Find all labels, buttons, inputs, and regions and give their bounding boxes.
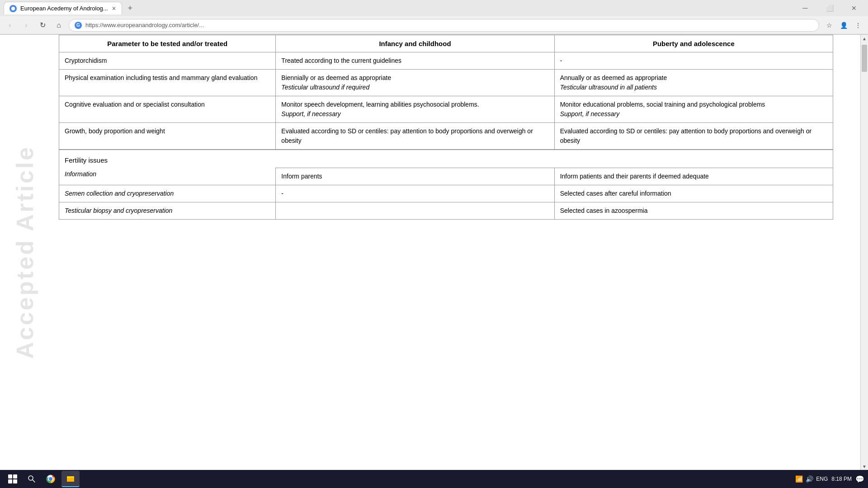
- taskbar-search-button[interactable]: [24, 472, 40, 486]
- cell-growth-infancy: Evaluated according to SD or centiles: p…: [276, 123, 554, 150]
- address-bar[interactable]: G https://www.europeanandrology.com/arti…: [69, 19, 819, 32]
- cell-crypto-puberty: -: [554, 52, 833, 70]
- cell-physical-exam: Physical examination including testis an…: [59, 70, 276, 96]
- cell-physical-infancy: Biennially or as deemed as appropriate T…: [276, 70, 554, 96]
- cognitive-puberty-line1: Monitor educational problems, social tra…: [560, 101, 765, 108]
- taskbar-chrome-app[interactable]: [42, 471, 60, 487]
- tab-title: European Acedemy of Androlog...: [20, 5, 108, 12]
- header-col1: Parameter to be tested and/or treated: [59, 35, 276, 52]
- cell-biopsy: Testicular biopsy and cryopreservation: [59, 202, 276, 219]
- physical-infancy-line1: Biennially or as deemed as appropriate: [281, 74, 391, 81]
- cell-cryptorchidism: Cryptorchidism: [59, 52, 276, 70]
- table-row: Semen collection and cryopreservation - …: [59, 185, 833, 202]
- nav-bar: ‹ › ↻ ⌂ G https://www.europeanandrology.…: [0, 16, 868, 34]
- maximize-button[interactable]: ⬜: [819, 1, 840, 15]
- windows-logo: [8, 474, 17, 483]
- google-favicon: G: [75, 22, 82, 29]
- profile-icon[interactable]: 👤: [837, 19, 850, 32]
- scroll-down-arrow[interactable]: ▼: [861, 463, 868, 470]
- cell-biopsy-infancy: [276, 202, 554, 219]
- menu-icon[interactable]: ⋮: [852, 19, 864, 32]
- cell-semen-puberty: Selected cases after careful information: [554, 185, 833, 202]
- notification-icon[interactable]: 💬: [855, 475, 864, 483]
- minimize-button[interactable]: ─: [795, 1, 816, 15]
- physical-puberty-line2: Testicular ultrasound in all patients: [560, 84, 657, 91]
- cell-growth-puberty: Evaluated according to SD or centiles: p…: [554, 123, 833, 150]
- table-row: Information Inform parents Inform patien…: [59, 168, 833, 185]
- tab-close-button[interactable]: ✕: [112, 5, 116, 12]
- tab-bar: European Acedemy of Androlog... ✕ + ─ ⬜ …: [0, 0, 868, 16]
- information-label: Information: [65, 170, 96, 178]
- cell-semen-infancy: -: [276, 185, 554, 202]
- cell-growth: Growth, body proportion and weight: [59, 123, 276, 150]
- scroll-up-arrow[interactable]: ▲: [861, 35, 868, 42]
- table-row: Growth, body proportion and weight Evalu…: [59, 123, 833, 150]
- table-row: Physical examination including testis an…: [59, 70, 833, 96]
- svg-point-4: [49, 477, 52, 481]
- tab-favicon: [9, 5, 17, 12]
- svg-rect-7: [67, 476, 70, 478]
- cell-information-puberty: Inform patients and their parents if dee…: [554, 168, 833, 185]
- address-text: https://www.europeanandrology.com/articl…: [85, 22, 204, 28]
- new-tab-button[interactable]: +: [124, 2, 137, 14]
- header-col3: Puberty and adolescence: [554, 35, 833, 52]
- semen-label: Semen collection and cryopreservation: [65, 190, 174, 197]
- cell-physical-puberty: Annually or as deemed as appropriate Tes…: [554, 70, 833, 96]
- network-icon[interactable]: 📶: [795, 475, 803, 483]
- table-header-row: Parameter to be tested and/or treated In…: [59, 35, 833, 52]
- home-button[interactable]: ⌂: [52, 19, 65, 32]
- cell-biopsy-puberty: Selected cases in azoospermia: [554, 202, 833, 219]
- section-header-row: Fertility issues: [59, 150, 833, 168]
- taskbar-right: 📶 🔊 ENG 8:18 PM 💬: [795, 475, 864, 483]
- cell-information: Information: [59, 168, 276, 185]
- browser-chrome: European Acedemy of Androlog... ✕ + ─ ⬜ …: [0, 0, 868, 35]
- start-button[interactable]: [4, 472, 22, 486]
- svg-line-2: [33, 480, 35, 482]
- medical-table: Parameter to be tested and/or treated In…: [59, 35, 833, 220]
- fertility-section-header: Fertility issues: [59, 150, 833, 168]
- svg-point-0: [11, 6, 15, 11]
- table-row: Testicular biopsy and cryopreservation S…: [59, 202, 833, 219]
- close-window-button[interactable]: ✕: [844, 1, 864, 15]
- taskbar-time[interactable]: 8:18 PM: [831, 476, 852, 482]
- physical-infancy-line2: Testicular ultrasound if required: [281, 84, 369, 91]
- physical-puberty-line1: Annually or as deemed as appropriate: [560, 74, 667, 81]
- header-col2: Infancy and childhood: [276, 35, 554, 52]
- svg-rect-6: [67, 478, 74, 482]
- cognitive-infancy-line2: Support, if necessary: [281, 110, 341, 117]
- nav-icons: ☆ 👤 ⋮: [823, 19, 864, 32]
- table-container: Parameter to be tested and/or treated In…: [0, 35, 860, 470]
- language-indicator[interactable]: ENG: [816, 476, 828, 482]
- table-row: Cryptorchidism Treated according to the …: [59, 52, 833, 70]
- forward-button[interactable]: ›: [20, 19, 33, 32]
- taskbar: 📶 🔊 ENG 8:18 PM 💬: [0, 470, 868, 488]
- page-content: Parameter to be tested and/or treated In…: [0, 35, 868, 470]
- cell-cognitive-infancy: Monitor speech development, learning abi…: [276, 96, 554, 123]
- cognitive-infancy-line1: Monitor speech development, learning abi…: [281, 101, 479, 108]
- cell-cognitive-puberty: Monitor educational problems, social tra…: [554, 96, 833, 123]
- scroll-track[interactable]: [861, 42, 868, 463]
- back-button[interactable]: ‹: [4, 19, 16, 32]
- fertility-header-text: Fertility issues: [65, 156, 108, 164]
- vertical-scrollbar[interactable]: ▲ ▼: [860, 35, 868, 470]
- scroll-thumb[interactable]: [862, 45, 867, 72]
- bookmark-star-icon[interactable]: ☆: [823, 19, 835, 32]
- cell-cognitive: Cognitive evaluation and or specialist c…: [59, 96, 276, 123]
- active-tab[interactable]: European Acedemy of Androlog... ✕: [4, 2, 122, 14]
- biopsy-label: Testicular biopsy and cryopreservation: [65, 207, 172, 214]
- cognitive-puberty-line2: Support, if necessary: [560, 110, 620, 117]
- cell-semen: Semen collection and cryopreservation: [59, 185, 276, 202]
- cell-crypto-infancy: Treated according to the current guideli…: [276, 52, 554, 70]
- volume-icon[interactable]: 🔊: [806, 475, 813, 483]
- taskbar-system-icons: 📶 🔊 ENG: [795, 475, 828, 483]
- cell-information-infancy: Inform parents: [276, 168, 554, 185]
- taskbar-explorer-app[interactable]: [61, 471, 80, 487]
- refresh-button[interactable]: ↻: [36, 19, 49, 32]
- time-display: 8:18 PM: [831, 476, 852, 482]
- table-row: Cognitive evaluation and or specialist c…: [59, 96, 833, 123]
